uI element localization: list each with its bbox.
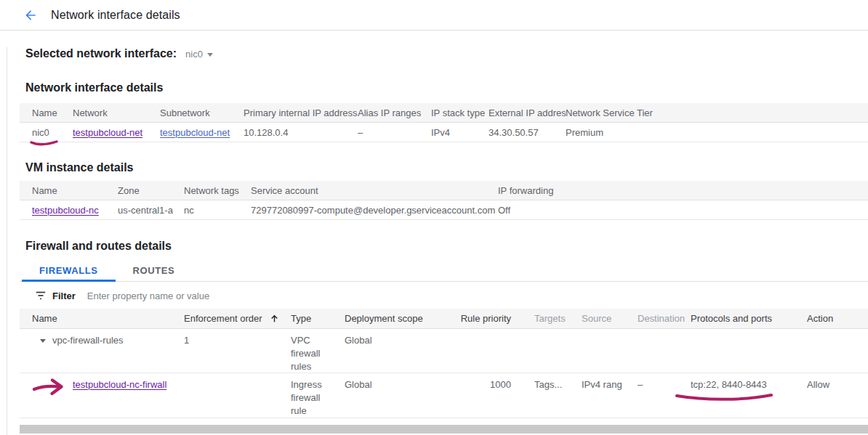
- vm-instance-table: Name Zone Network tags Service account I…: [20, 181, 868, 220]
- cell-action: Allow: [807, 378, 868, 391]
- cell-type: VPC firewall rules: [291, 334, 345, 373]
- column-header-network: Network: [73, 107, 160, 118]
- column-header-external-ip: External IP address: [489, 107, 566, 118]
- network-interface-table: Name Network Subnetwork Primary internal…: [20, 103, 868, 142]
- cell-source: IPv4 rang: [582, 378, 638, 391]
- cell-primary-ip: 10.128.0.4: [244, 127, 358, 138]
- column-header-name: Name: [32, 107, 73, 118]
- content-panel: Selected network interface: nic0 Network…: [7, 47, 868, 435]
- table-header-row: Name Network Subnetwork Primary internal…: [20, 103, 868, 123]
- filter-bar: Filter: [20, 286, 868, 305]
- column-header-name: Name: [32, 313, 184, 324]
- table-header-row: Name Enforcement order Type Deployment s…: [20, 309, 868, 329]
- column-header-stack-type: IP stack type: [431, 107, 489, 118]
- arrow-left-icon: [23, 8, 38, 23]
- cell-stack-type: IPv4: [431, 127, 489, 138]
- column-header-network-tags: Network tags: [184, 185, 251, 196]
- cell-deployment-scope: Global: [345, 334, 451, 347]
- column-header-targets: Targets: [513, 313, 582, 324]
- network-link[interactable]: testpubcloud-net: [73, 127, 142, 138]
- column-header-service-account: Service account: [251, 185, 498, 196]
- tab-firewalls[interactable]: FIREWALLS: [22, 260, 116, 281]
- column-header-destination: Destination: [638, 313, 691, 324]
- section-title-firewall-routes: Firewall and routes details: [25, 239, 868, 253]
- interface-dropdown-value: nic0: [185, 49, 203, 60]
- column-header-alias-ranges: Alias IP ranges: [358, 107, 431, 118]
- page-title: Network interface details: [51, 9, 180, 22]
- column-header-subnetwork: Subnetwork: [160, 107, 244, 118]
- table-row: nic0 testpubcloud-net testpubcloud-net 1…: [20, 123, 868, 142]
- column-header-type: Type: [291, 313, 345, 324]
- filter-icon: [35, 290, 47, 301]
- section-title-network-interface: Network interface details: [25, 81, 868, 95]
- chevron-down-icon: [207, 53, 213, 57]
- table-row: testpubcloud-nc-firwall Ingress firewall…: [20, 373, 868, 418]
- column-header-rule-priority: Rule priority: [451, 313, 513, 324]
- collapse-row-icon[interactable]: [40, 339, 46, 343]
- table-header-row: Name Zone Network tags Service account I…: [20, 181, 868, 200]
- firewall-rule-link[interactable]: testpubcloud-nc-firwall: [73, 379, 166, 390]
- cell-name: nic0: [32, 127, 73, 138]
- cell-zone: us-central1-a: [118, 205, 184, 216]
- column-header-deployment-scope: Deployment scope: [345, 313, 451, 324]
- cell-network-tags: nc: [184, 205, 251, 216]
- tab-routes[interactable]: ROUTES: [116, 260, 193, 281]
- cell-protocols-ports: tcp:22, 8440-8443: [691, 378, 807, 391]
- firewalls-table: Name Enforcement order Type Deployment s…: [20, 309, 868, 418]
- table-row: vpc-firewall-rules 1 VPC firewall rules …: [20, 329, 868, 373]
- cell-destination: –: [638, 378, 691, 391]
- firewall-routes-tabs: FIREWALLS ROUTES: [20, 260, 868, 282]
- column-header-service-tier: Network Service Tier: [566, 107, 868, 118]
- column-header-name: Name: [32, 185, 118, 196]
- section-title-vm-instance: VM instance details: [25, 160, 868, 175]
- column-header-source: Source: [582, 313, 638, 324]
- cell-service-account: 729772080997-compute@developer.gservicea…: [251, 205, 498, 216]
- cell-external-ip: 34.30.50.57: [489, 127, 566, 138]
- cell-alias-ranges: –: [358, 127, 431, 138]
- page: Network interface details Selected netwo…: [0, 0, 868, 435]
- column-header-action: Action: [807, 313, 868, 324]
- cell-rule-priority: 1000: [451, 378, 513, 391]
- cell-service-tier: Premium: [566, 127, 868, 138]
- vm-instance-link[interactable]: testpubcloud-nc: [32, 205, 99, 216]
- subnetwork-link[interactable]: testpubcloud-net: [160, 127, 230, 138]
- column-header-ip-forwarding: IP forwarding: [498, 185, 868, 196]
- cell-targets: Tags...: [513, 378, 582, 391]
- horizontal-scrollbar[interactable]: [20, 425, 868, 434]
- filter-input[interactable]: [86, 290, 868, 302]
- filter-label: Filter: [52, 290, 76, 301]
- top-bar: Network interface details: [0, 0, 868, 31]
- back-button[interactable]: [22, 7, 39, 24]
- column-header-zone: Zone: [118, 185, 184, 196]
- cell-name: vpc-firewall-rules: [52, 334, 124, 347]
- cell-ip-forwarding: Off: [498, 205, 868, 216]
- cell-type: Ingress firewall rule: [291, 378, 345, 418]
- selected-interface-label: Selected network interface:: [25, 47, 177, 60]
- column-header-enforcement-order[interactable]: Enforcement order: [184, 313, 291, 324]
- arrow-up-icon: [270, 314, 279, 323]
- cell-deployment-scope: Global: [345, 378, 451, 391]
- column-header-protocols-ports: Protocols and ports: [691, 313, 807, 324]
- cell-enforcement-order: 1: [184, 334, 291, 347]
- interface-dropdown[interactable]: nic0: [185, 49, 213, 60]
- interface-selector-row: Selected network interface: nic0: [25, 47, 868, 60]
- column-header-primary-ip: Primary internal IP address: [244, 107, 358, 118]
- table-row: testpubcloud-nc us-central1-a nc 7297720…: [20, 200, 868, 220]
